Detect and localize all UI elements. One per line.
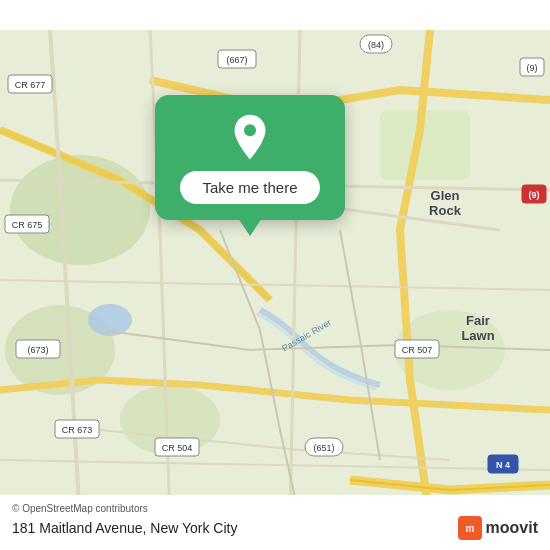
svg-text:(84): (84)	[368, 40, 384, 50]
svg-text:Fair: Fair	[466, 313, 490, 328]
svg-text:(673): (673)	[27, 345, 48, 355]
moovit-logo: m moovit	[458, 516, 538, 540]
svg-text:Lawn: Lawn	[461, 328, 494, 343]
address-text: 181 Maitland Avenue, New York City	[12, 520, 237, 536]
attribution-text: © OpenStreetMap contributors	[12, 503, 148, 514]
popup-card: Take me there	[155, 95, 345, 220]
svg-text:(9): (9)	[527, 63, 538, 73]
bottom-bar: © OpenStreetMap contributors 181 Maitlan…	[0, 495, 550, 550]
svg-text:N 4: N 4	[496, 460, 510, 470]
svg-text:(9): (9)	[529, 190, 540, 200]
svg-text:Glen: Glen	[431, 188, 460, 203]
svg-text:CR 675: CR 675	[12, 220, 43, 230]
take-me-there-button[interactable]: Take me there	[180, 171, 319, 204]
location-pin-icon	[226, 113, 274, 161]
moovit-text: moovit	[486, 519, 538, 537]
moovit-brand-icon: m	[458, 516, 482, 540]
svg-rect-4	[380, 110, 470, 180]
svg-text:(651): (651)	[313, 443, 334, 453]
svg-point-36	[244, 124, 256, 136]
svg-text:(667): (667)	[226, 55, 247, 65]
svg-text:CR 677: CR 677	[15, 80, 46, 90]
svg-text:CR 673: CR 673	[62, 425, 93, 435]
map-container: CR 677 CR 675 (673) CR 673 CR 504 (667) …	[0, 0, 550, 550]
svg-text:Rock: Rock	[429, 203, 462, 218]
svg-text:CR 504: CR 504	[162, 443, 193, 453]
svg-point-1	[10, 155, 150, 265]
svg-text:m: m	[465, 523, 474, 534]
attribution: © OpenStreetMap contributors	[12, 503, 538, 514]
address-row: 181 Maitland Avenue, New York City m moo…	[12, 516, 538, 540]
svg-text:CR 507: CR 507	[402, 345, 433, 355]
